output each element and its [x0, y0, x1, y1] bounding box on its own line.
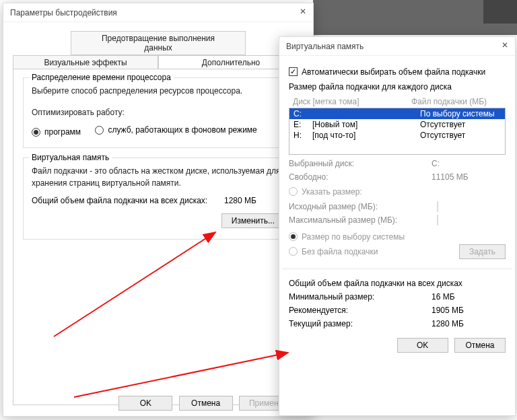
rec-value: 1905 МБ [432, 306, 506, 315]
separator [282, 269, 512, 269]
free-space: Свободно: 11105 МБ [289, 172, 506, 182]
radio-dot-icon [95, 126, 104, 135]
size-each-label: Размер файла подкачки для каждого диска [289, 82, 506, 92]
radio-programs[interactable]: программ [32, 127, 81, 137]
drive-label: [под что-то] [312, 131, 420, 140]
tab-dep[interactable]: Предотвращение выполнения данных [71, 31, 245, 55]
sel-drive-label: Выбранный диск: [289, 159, 432, 168]
rec-size: Рекомендуется: 1905 МБ [289, 306, 506, 315]
col-pagefile: Файл подкачки (МБ) [411, 97, 506, 106]
dialog-button-row: OK Отмена [289, 338, 506, 353]
max-size-label: Максимальный размер (МБ): [289, 215, 432, 225]
drive-label [312, 109, 420, 118]
drive-pagefile: Отсутствует [420, 131, 501, 140]
drive-list-header: Диск [метка тома] Файл подкачки (МБ) [289, 97, 506, 106]
dialog-button-row: OK Отмена Применить [3, 396, 313, 411]
radio-system-size: Размер по выбору системы [289, 232, 405, 242]
set-button: Задать [459, 244, 506, 259]
initial-size-input [437, 201, 438, 212]
drive-label: [Новый том] [312, 120, 420, 129]
cpu-scheduling-group: Распределение времени процессора Выберит… [23, 77, 294, 148]
virtual-memory-window: Виртуальная память ✕ ✓ Автоматически выб… [279, 36, 516, 416]
selected-drive: Выбранный диск: C: [289, 159, 506, 168]
radio-dot-icon [289, 232, 298, 241]
performance-options-window: Параметры быстродействия ✕ Предотвращени… [3, 3, 314, 417]
cur-value: 1280 МБ [432, 319, 506, 328]
initial-size-label: Исходный размер (МБ): [289, 202, 432, 211]
max-size-input [437, 215, 438, 225]
total-title: Общий объем файла подкачки на всех диска… [289, 279, 506, 288]
sel-drive-value: C: [432, 159, 506, 168]
max-size-row: Максимальный размер (МБ): [289, 215, 506, 225]
checkbox-icon: ✓ [289, 67, 298, 76]
cancel-button[interactable]: Отмена [454, 338, 506, 353]
vm-total-value: 1280 МБ [224, 196, 285, 205]
cancel-button[interactable]: Отмена [179, 396, 233, 411]
auto-manage-checkbox[interactable]: ✓ Автоматически выбирать объем файла под… [289, 67, 485, 77]
free-value: 11105 МБ [432, 172, 506, 182]
drive-row[interactable]: E: [Новый том] Отсутствует [289, 119, 505, 130]
drive-letter: C: [294, 109, 312, 118]
cpu-group-title: Распределение времени процессора [29, 73, 174, 82]
change-button[interactable]: Изменить... [221, 213, 285, 228]
cur-label: Текущий размер: [289, 319, 432, 328]
drive-row[interactable]: C: По выбору системы [289, 108, 505, 119]
tab-visual-effects[interactable]: Визуальные эффекты [13, 55, 158, 70]
vm-total-label: Общий объем файла подкачки на всех диска… [32, 196, 224, 205]
radio-none-label: Без файла подкачки [302, 247, 378, 256]
radio-dot-icon [289, 187, 298, 196]
tab-panel-advanced: Распределение времени процессора Выберит… [13, 69, 304, 405]
radio-no-pagefile: Без файла подкачки [289, 247, 447, 256]
radio-dot-icon [32, 128, 40, 137]
col-drive: Диск [метка тома] [289, 97, 411, 106]
titlebar[interactable]: Виртуальная память ✕ [279, 37, 515, 56]
drive-pagefile: По выбору системы [420, 109, 501, 118]
radio-programs-label: программ [44, 127, 81, 137]
radio-dot-icon [289, 247, 298, 256]
vm-group-title: Виртуальная память [29, 153, 112, 162]
min-value: 16 МБ [432, 292, 506, 302]
drive-letter: E: [294, 120, 312, 129]
rec-label: Рекомендуется: [289, 306, 432, 315]
radio-services-label: служб, работающих в фоновом режиме [108, 125, 256, 135]
min-label: Минимальный размер: [289, 292, 432, 302]
background-strip [313, 0, 517, 35]
window-title: Параметры быстродействия [10, 8, 117, 18]
window-title: Виртуальная память [286, 42, 364, 51]
radio-custom-size: Указать размер: [289, 187, 362, 197]
radio-services[interactable]: служб, работающих в фоновом режиме [95, 125, 256, 135]
ok-button[interactable]: OK [397, 338, 448, 353]
drive-letter: H: [294, 131, 312, 140]
vm-desc: Файл подкачки - это область на жестком д… [32, 165, 285, 189]
min-size: Минимальный размер: 16 МБ [289, 292, 506, 302]
virtual-memory-group: Виртуальная память Файл подкачки - это о… [23, 158, 294, 240]
drive-listbox[interactable]: C: По выбору системы E: [Новый том] Отсу… [289, 108, 506, 155]
cpu-desc: Выберите способ распределения ресурсов п… [32, 85, 285, 97]
close-icon[interactable]: ✕ [297, 6, 309, 18]
drive-pagefile: Отсутствует [420, 120, 501, 129]
optimize-label: Оптимизировать работу: [32, 106, 285, 118]
initial-size-row: Исходный размер (МБ): [289, 202, 506, 211]
cur-size: Текущий размер: 1280 МБ [289, 319, 506, 328]
radio-custom-label: Указать размер: [302, 187, 362, 197]
titlebar[interactable]: Параметры быстродействия ✕ [3, 3, 313, 22]
ok-button[interactable]: OK [118, 396, 172, 411]
radio-system-label: Размер по выбору системы [302, 232, 405, 242]
auto-manage-label: Автоматически выбирать объем файла подка… [302, 67, 485, 77]
close-icon[interactable]: ✕ [499, 40, 511, 52]
drive-row[interactable]: H: [под что-то] Отсутствует [289, 130, 505, 141]
free-label: Свободно: [289, 172, 432, 182]
